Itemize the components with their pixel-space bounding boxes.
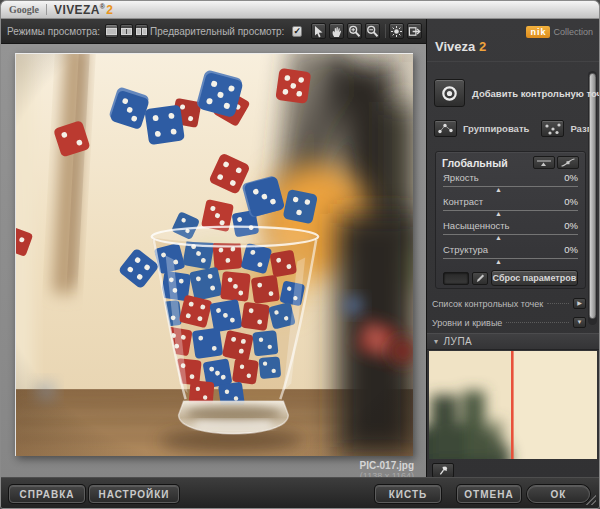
panel-title: Viveza 2 (435, 39, 486, 54)
slider-handle[interactable]: ▲ (495, 186, 502, 194)
structure-slider-track[interactable]: ▲ (443, 257, 578, 266)
brightness-slider-track[interactable]: ▲ (443, 185, 578, 194)
slider-view-toggle-button[interactable] (533, 156, 555, 169)
group-label: Группировать (463, 123, 529, 134)
app-version: 2 (106, 3, 113, 17)
slider-view-icon (536, 158, 552, 167)
collection-label: Collection (553, 27, 593, 37)
help-button[interactable]: СПРАВКА (9, 485, 85, 503)
zoom-in-tool-button[interactable] (347, 23, 362, 39)
ungroup-icon (543, 122, 562, 135)
nik-collection-badge: nik Collection (526, 26, 593, 38)
slider-contrast: Контраст0% ▲ (436, 195, 585, 219)
expand-control-points-button[interactable]: ▶ (573, 298, 586, 309)
compare-light-icon (390, 25, 403, 38)
group-row: Группировать Разгруппировать (434, 120, 589, 137)
side-by-side-view-icon (136, 28, 147, 35)
scrollbar-thumb[interactable] (589, 73, 596, 319)
cursor-tool-button[interactable] (311, 23, 326, 39)
slider-label: Яркость (443, 172, 479, 183)
preview-checkbox[interactable]: ✓ (292, 26, 302, 37)
section-label: Уровни и кривые (432, 318, 502, 328)
zoom-out-tool-button[interactable] (365, 23, 380, 39)
slider-structure: Структура0% ▲ (436, 243, 585, 267)
view-mode-single-button[interactable] (105, 24, 118, 38)
fit-screen-tool-button[interactable] (407, 23, 422, 39)
add-control-point-row: Добавить контрольную точку (434, 79, 586, 107)
panel-divider (427, 61, 599, 62)
collapse-arrow-icon: ▾ (434, 337, 439, 346)
viveza-window: Google VIVEZA®2 Режимы просмотра: Предва… (0, 0, 600, 509)
titlebar: Google VIVEZA®2 (1, 1, 599, 19)
panel-title-text: Viveza (435, 39, 475, 54)
expand-levels-curves-button[interactable]: ▼ (573, 317, 586, 328)
slider-handle[interactable]: ▲ (495, 210, 502, 218)
view-mode-sidebyside-button[interactable] (135, 24, 148, 38)
registered-mark: ® (100, 3, 106, 10)
zoom-in-icon (348, 25, 361, 38)
right-panel: nik Collection Viveza 2 Добавить контрол… (426, 19, 599, 477)
dotted-leader (547, 303, 569, 304)
add-control-point-button[interactable] (434, 79, 465, 107)
slider-value: 0% (564, 172, 578, 183)
zoom-out-icon (366, 25, 379, 38)
pin-icon (438, 465, 449, 476)
loupe-pin-button[interactable] (432, 463, 454, 478)
brush-button[interactable]: КИСТЬ (375, 485, 441, 503)
photo-canvas[interactable] (15, 53, 413, 456)
titlebar-divider (46, 4, 47, 15)
hand-icon (330, 25, 343, 38)
pencil-icon (475, 273, 485, 283)
section-label: Список контрольных точек (432, 299, 543, 309)
slider-value: 0% (564, 244, 578, 255)
nik-logo: nik (526, 26, 550, 38)
image-filename: PIC-017.jpg (360, 460, 414, 471)
loupe-title: ЛУПА (444, 336, 473, 347)
slider-handle[interactable]: ▲ (495, 234, 502, 242)
settings-button[interactable]: НАСТРОЙКИ (89, 485, 179, 503)
panel-scrollbar[interactable] (588, 71, 597, 325)
slider-handle[interactable]: ▲ (495, 258, 502, 266)
ungroup-label: Разгруппировать (570, 123, 589, 134)
control-point-icon (441, 85, 458, 102)
single-view-icon (106, 28, 117, 35)
group-button[interactable] (434, 120, 457, 137)
resize-grip[interactable] (586, 495, 596, 505)
contrast-slider-track[interactable]: ▲ (443, 209, 578, 218)
global-title: Глобальный (442, 157, 531, 169)
slider-value: 0% (564, 220, 578, 231)
global-footer: Сброс параметров (436, 267, 585, 286)
global-header: Глобальный (436, 152, 585, 171)
loupe-header[interactable]: ▾ ЛУПА (427, 333, 599, 350)
view-mode-split-button[interactable] (120, 24, 133, 38)
dice-photo (16, 54, 413, 456)
panel-title-version: 2 (479, 39, 486, 54)
toolbar: Режимы просмотра: Предварительный просмо… (1, 19, 426, 44)
curve-view-toggle-button[interactable] (557, 156, 579, 169)
slider-saturation: Насыщенность0% ▲ (436, 219, 585, 243)
view-modes-label: Режимы просмотра: (7, 26, 100, 37)
section-control-points-list: Список контрольных точек ▶ (432, 296, 586, 311)
global-adjustments-panel: Глобальный Яркость0% ▲ Контраст0% ▲ Насы… (435, 151, 586, 289)
loupe-image (429, 351, 597, 459)
slider-value: 0% (564, 196, 578, 207)
cursor-icon (312, 25, 325, 38)
hand-tool-button[interactable] (329, 23, 344, 39)
dotted-leader (506, 322, 569, 323)
add-control-point-label: Добавить контрольную точку (472, 88, 600, 99)
preview-label: Предварительный просмотр: (150, 26, 284, 37)
saturation-slider-track[interactable]: ▲ (443, 233, 578, 242)
edit-pencil-button[interactable] (472, 272, 488, 285)
compare-tool-button[interactable] (389, 23, 404, 39)
slider-brightness: Яркость0% ▲ (436, 171, 585, 195)
fit-screen-icon (408, 25, 421, 38)
google-logo: Google (9, 4, 39, 15)
image-viewport: PIC-017.jpg (1138 x 1164) (1, 44, 426, 477)
section-levels-curves: Уровни и кривые ▼ (432, 315, 586, 330)
ok-button[interactable]: ОК (527, 485, 590, 503)
cancel-button[interactable]: ОТМЕНА (457, 485, 521, 503)
app-name: VIVEZA (54, 3, 100, 17)
selection-preview-button[interactable] (443, 272, 469, 285)
ungroup-button[interactable] (541, 120, 564, 137)
reset-parameters-button[interactable]: Сброс параметров (491, 270, 578, 286)
